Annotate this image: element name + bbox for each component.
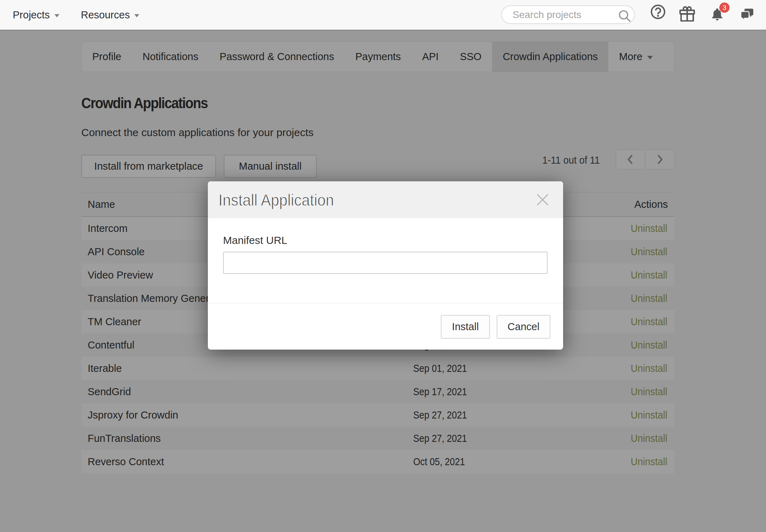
- modal-header: Install Application: [208, 181, 563, 218]
- install-button[interactable]: Install: [441, 315, 490, 339]
- modal-title: Install Application: [218, 190, 334, 210]
- close-icon[interactable]: [536, 193, 549, 206]
- navbar-icons: 3: [0, 0, 766, 30]
- top-navbar: Projects Resources 3: [0, 0, 766, 30]
- install-application-modal: Install Application Manifest URL Install…: [208, 181, 563, 350]
- cancel-button[interactable]: Cancel: [497, 315, 550, 339]
- manifest-url-input[interactable]: [223, 252, 548, 274]
- gift-icon[interactable]: [679, 6, 695, 22]
- help-icon[interactable]: [650, 4, 666, 19]
- modal-footer: Install Cancel: [208, 303, 563, 350]
- chat-icon[interactable]: [741, 8, 753, 21]
- notification-badge: 3: [719, 2, 730, 13]
- manifest-url-label: Manifest URL: [223, 234, 287, 246]
